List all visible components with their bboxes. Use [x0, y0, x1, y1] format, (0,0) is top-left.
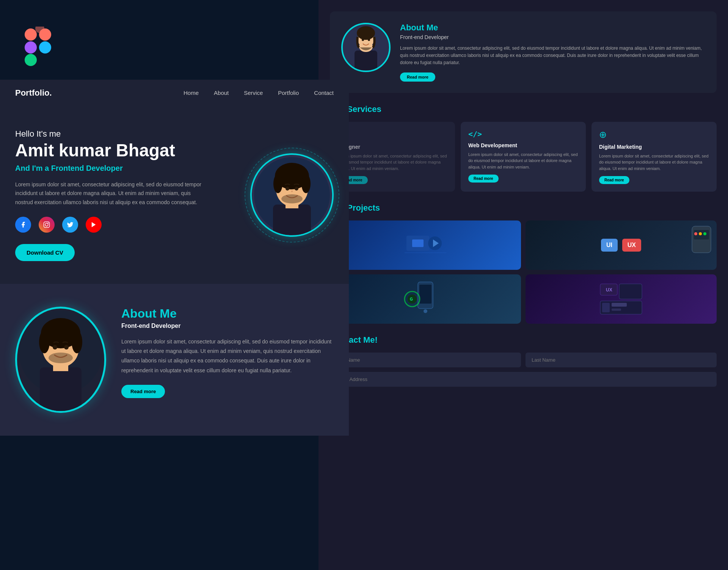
service-title-marketing: Digital Marketing: [599, 144, 709, 150]
project-inner-3: G: [330, 274, 521, 324]
svg-point-57: [64, 345, 69, 350]
marketing-icon: ⊕: [599, 129, 709, 140]
services-grid: ✏️ Designer Lorem ipsum dolor sit amet, …: [330, 122, 717, 192]
about-heading: About Me: [121, 307, 334, 321]
about-description-main: Lorem ipsum dolor sit amet, consectetur …: [121, 337, 334, 375]
svg-point-43: [275, 163, 309, 189]
nav-links: Home About Service Portfolio Contact: [184, 90, 334, 96]
nav-link-about[interactable]: About: [214, 90, 229, 96]
svg-rect-34: [612, 309, 621, 311]
projects-grid: UI UX: [330, 220, 717, 324]
nav-link-contact[interactable]: Contact: [314, 90, 334, 96]
svg-rect-33: [612, 303, 627, 307]
about-card-content-top: About Me Front-end Developer Lorem ipsum…: [400, 23, 705, 82]
svg-point-54: [39, 331, 50, 353]
nav-link-portfolio[interactable]: Portfolio: [278, 90, 299, 96]
svg-point-39: [254, 157, 330, 233]
svg-point-37: [48, 223, 49, 224]
about-image: [15, 307, 106, 413]
svg-rect-0: [25, 28, 37, 41]
svg-point-46: [286, 187, 289, 191]
about-title-top: About Me: [400, 23, 705, 33]
service-card-web: </> Web Developement Lorem ipsum dolor s…: [461, 122, 586, 192]
service-title-designer: Designer: [337, 144, 447, 150]
facebook-icon[interactable]: [15, 217, 31, 233]
svg-point-8: [359, 41, 373, 52]
project-inner-4: UX: [526, 274, 717, 324]
svg-rect-50: [40, 367, 82, 411]
about-section: About Me Front-end Developer Lorem ipsum…: [0, 284, 349, 436]
nav-item-service[interactable]: Service: [244, 90, 263, 96]
project-card-4[interactable]: UX: [526, 274, 717, 324]
svg-rect-29: [619, 284, 642, 299]
youtube-icon[interactable]: [86, 217, 102, 233]
svg-point-44: [273, 174, 282, 193]
svg-marker-38: [92, 222, 96, 227]
nav-item-about[interactable]: About: [214, 90, 229, 96]
svg-point-45: [301, 174, 311, 193]
svg-point-9: [357, 26, 375, 40]
service-desc-web: Lorem ipsum dolor sit amet, consectetur …: [468, 151, 578, 170]
projects-section: Our Projects: [318, 192, 728, 324]
last-name-input[interactable]: [526, 353, 717, 367]
svg-point-55: [72, 331, 82, 353]
hero-avatar-wrap: [250, 153, 334, 237]
project-inner-2: UI UX: [526, 220, 717, 270]
service-desc-designer: Lorem ipsum dolor sit amet, consectetur …: [337, 153, 447, 172]
navbar: Portfolio. Home About Service Portfolio …: [0, 80, 349, 106]
about-me-card-top: About Me Front-end Developer Lorem ipsum…: [330, 11, 717, 93]
nav-item-contact[interactable]: Contact: [314, 90, 334, 96]
svg-rect-23: [419, 285, 431, 304]
nav-link-home[interactable]: Home: [184, 90, 199, 96]
email-input[interactable]: [330, 372, 717, 387]
right-panel: About Me Front-end Developer Lorem ipsum…: [318, 0, 728, 570]
first-name-input[interactable]: [330, 353, 521, 367]
svg-point-48: [281, 194, 303, 203]
projects-title: Our Projects: [330, 203, 717, 213]
about-subtitle-top: Front-end Developer: [400, 34, 705, 40]
service-btn-marketing[interactable]: Read more: [599, 176, 629, 184]
svg-text:G: G: [410, 297, 413, 301]
web-dev-icon: </>: [468, 129, 578, 139]
about-read-more-main[interactable]: Read more: [121, 385, 165, 398]
svg-point-36: [45, 223, 48, 226]
download-cv-button[interactable]: Download CV: [15, 244, 75, 261]
svg-point-56: [53, 345, 57, 350]
hero-description: Lorem ipsum dolor sit amet, consectetur …: [15, 180, 205, 207]
social-icons: [15, 217, 205, 233]
twitter-icon[interactable]: [62, 217, 78, 233]
hero-avatar: [250, 153, 334, 237]
about-desc-top: Lorem ipsum dolor sit amet, consectetur …: [400, 45, 705, 67]
project-inner-1: [330, 220, 521, 270]
svg-rect-35: [44, 222, 50, 227]
nav-item-portfolio[interactable]: Portfolio: [278, 90, 299, 96]
figma-logo: [23, 27, 53, 68]
svg-rect-40: [273, 205, 311, 235]
about-read-more-top[interactable]: Read more: [400, 72, 435, 82]
project-card-3[interactable]: G: [330, 274, 521, 324]
about-text: About Me Front-end Developer Lorem ipsum…: [121, 307, 334, 398]
hero-greeting: Hello It's me: [15, 129, 205, 139]
services-section: Our Services ✏️ Designer Lorem ipsum dol…: [318, 93, 728, 192]
service-card-marketing: ⊕ Digital Marketing Lorem ipsum dolor si…: [592, 122, 717, 192]
hero-name: Amit kumar Bhagat: [15, 141, 205, 160]
project-card-1[interactable]: [330, 220, 521, 270]
project-card-2[interactable]: UI UX: [526, 220, 717, 270]
instagram-icon[interactable]: [39, 217, 55, 233]
svg-point-58: [49, 353, 73, 363]
svg-point-10: [362, 39, 364, 41]
service-btn-web[interactable]: Read more: [468, 175, 499, 183]
about-subtitle-main: Front-end Developer: [121, 323, 334, 329]
svg-point-3: [39, 41, 51, 54]
svg-point-47: [295, 187, 298, 191]
hero-text: Hello It's me Amit kumar Bhagat And I'm …: [15, 129, 205, 261]
nav-item-home[interactable]: Home: [184, 90, 199, 96]
svg-rect-41: [286, 197, 298, 208]
service-title-web: Web Developement: [468, 142, 578, 148]
svg-point-21: [703, 232, 706, 235]
service-desc-marketing: Lorem ipsum dolor sit amet, consectetur …: [599, 153, 709, 172]
svg-rect-32: [602, 303, 610, 312]
nav-link-service[interactable]: Service: [244, 90, 263, 96]
designer-icon: ✏️: [337, 129, 447, 140]
hero-role: And I'm a Frontend Developer: [15, 164, 205, 173]
